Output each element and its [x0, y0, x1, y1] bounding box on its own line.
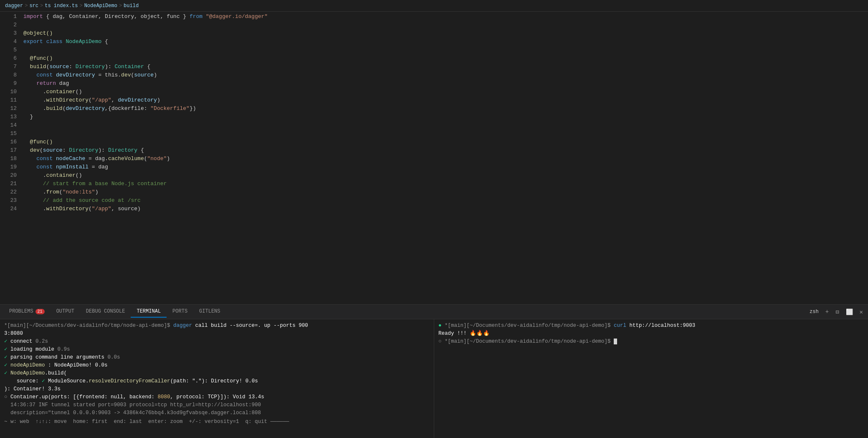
- terminal-line: source: ✓ ModuleSource.resolveDirectoryF…: [4, 377, 430, 385]
- shell-label: zsh: [808, 308, 820, 316]
- breadcrumb-ts-index[interactable]: ts index.ts: [45, 3, 78, 9]
- terminal-actions: zsh + ⊟ ⬜ ✕: [808, 308, 865, 316]
- terminal-line: ● *[main][~/Documents/dev-aidalinfo/tmp/…: [438, 322, 864, 330]
- close-terminal-button[interactable]: ✕: [858, 308, 865, 316]
- code-line-1: import { dag, Container, Directory, obje…: [20, 13, 868, 21]
- code-editor[interactable]: 123456789101112131415161718192021222324 …: [0, 12, 868, 304]
- terminal-line: ✓ parsing command line arguments 0.0s: [4, 354, 430, 362]
- tab-terminal[interactable]: TERMINAL: [131, 306, 167, 318]
- code-line-11: .withDirectory("/app", devDirectory): [20, 96, 868, 104]
- code-line-22: .from("node:lts"): [20, 188, 868, 196]
- code-content[interactable]: import { dag, Container, Directory, obje…: [20, 12, 868, 304]
- problems-badge: 21: [35, 309, 45, 314]
- code-line-16: @func(): [20, 138, 868, 146]
- breadcrumb-build[interactable]: build: [124, 3, 139, 9]
- code-line-12: 💡 .build(devDirectory,{dockerfile: "Dock…: [20, 104, 868, 113]
- terminal-line: ○ *[main][~/Documents/dev-aidalinfo/tmp/…: [438, 338, 864, 346]
- code-line-23: // add the source code at /src: [20, 196, 868, 205]
- code-line-24: .withDirectory("/app", source): [20, 205, 868, 213]
- terminal-line: ✓ nodeApiDemo : NodeApiDemo! 0.0s: [4, 362, 430, 369]
- code-line-6: @func(): [20, 54, 868, 63]
- terminal-line: 3:8080: [4, 330, 430, 338]
- breadcrumb-src[interactable]: src: [29, 3, 38, 9]
- terminal-line: *[main][~/Documents/dev-aidalinfo/tmp/no…: [4, 322, 430, 330]
- code-line-20: .container(): [20, 171, 868, 180]
- code-line-4: export class NodeApiDemo {: [20, 38, 868, 46]
- code-line-15: [20, 130, 868, 138]
- split-terminal-button[interactable]: ⊟: [834, 308, 840, 316]
- terminal-content: *[main][~/Documents/dev-aidalinfo/tmp/no…: [0, 319, 868, 438]
- line-numbers: 123456789101112131415161718192021222324: [0, 12, 20, 304]
- tab-gitlens[interactable]: GITLENS: [193, 306, 226, 318]
- terminal-line: description="tunnel 0.0.0.0:9003 -> 4386…: [4, 409, 430, 417]
- terminal-line: 14:36:37 INF tunnel started port=9003 pr…: [4, 401, 430, 409]
- add-terminal-button[interactable]: +: [824, 308, 830, 316]
- code-line-7: build(source: Directory): Container {: [20, 63, 868, 71]
- tab-problems[interactable]: PROBLEMS 21: [3, 306, 51, 318]
- terminal-line: ✓ loading module 0.9s: [4, 346, 430, 354]
- code-line-3: @object(): [20, 29, 868, 38]
- terminal-line: ✓ connect 0.2s: [4, 338, 430, 346]
- code-line-18: const nodeCache = dag.cacheVolume("node"…: [20, 155, 868, 163]
- code-line-10: .container(): [20, 88, 868, 96]
- editor-area: 123456789101112131415161718192021222324 …: [0, 12, 868, 304]
- tab-ports[interactable]: PORTS: [167, 306, 193, 318]
- code-line-19: const npmInstall = dag: [20, 163, 868, 171]
- terminal-line: ○ Container.up(ports: [{frontend: null, …: [4, 393, 430, 401]
- terminal-tabs: PROBLEMS 21 OUTPUT DEBUG CONSOLE TERMINA…: [0, 305, 868, 319]
- code-line-14: [20, 121, 868, 130]
- code-line-2: [20, 21, 868, 29]
- terminal-right-pane[interactable]: ● *[main][~/Documents/dev-aidalinfo/tmp/…: [434, 319, 868, 438]
- terminal-status-bar: ~ w: web ↑↓↑↓: move home: first end: las…: [4, 418, 430, 426]
- terminal-left-pane[interactable]: *[main][~/Documents/dev-aidalinfo/tmp/no…: [0, 319, 434, 438]
- breadcrumb: dagger > src > ts index.ts > NodeApiDemo…: [0, 0, 868, 12]
- maximize-terminal-button[interactable]: ⬜: [844, 308, 855, 316]
- code-line-13: }: [20, 113, 868, 121]
- terminal-line: ✓ NodeApiDemo.build(: [4, 369, 430, 377]
- terminal-line: Ready !!! 🔥🔥🔥: [438, 330, 864, 338]
- tab-output[interactable]: OUTPUT: [51, 306, 80, 318]
- terminal-line: ): Container! 3.3s: [4, 385, 430, 393]
- code-line-17: dev(source: Directory): Directory {: [20, 146, 868, 155]
- code-line-8: const devDirectory = this.dev(source): [20, 71, 868, 79]
- breadcrumb-dagger[interactable]: dagger: [5, 3, 23, 9]
- breadcrumb-nodeapidemo[interactable]: NodeApiDemo: [84, 3, 117, 9]
- terminal-panel: PROBLEMS 21 OUTPUT DEBUG CONSOLE TERMINA…: [0, 304, 868, 438]
- code-line-21: // start from a base Node.js container: [20, 180, 868, 188]
- code-line-9: return dag: [20, 79, 868, 88]
- tab-debug-console[interactable]: DEBUG CONSOLE: [80, 306, 131, 318]
- code-line-5: [20, 46, 868, 54]
